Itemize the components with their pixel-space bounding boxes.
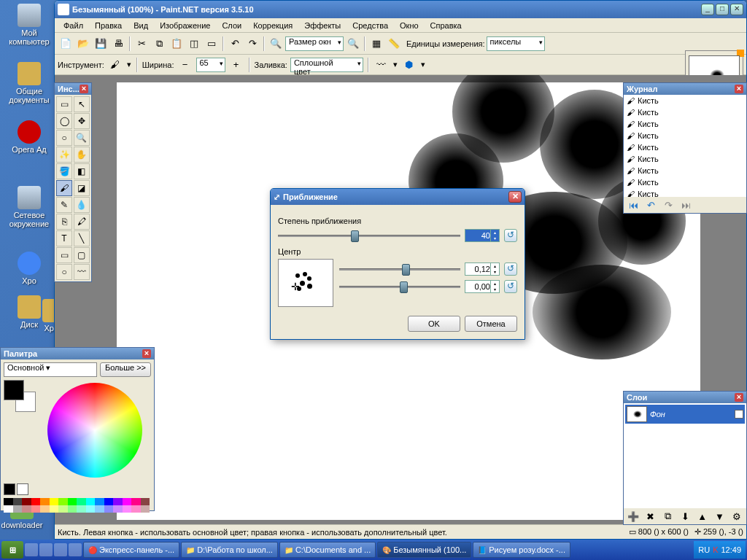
zoom-slider[interactable] bbox=[278, 228, 460, 243]
history-list[interactable]: 🖌 Кисть 🖌 Кисть 🖌 Кисть 🖌 Кисть 🖌 Кисть … bbox=[624, 95, 746, 197]
colors-close-icon[interactable]: × bbox=[142, 349, 151, 358]
menu-adjust[interactable]: Коррекция bbox=[247, 20, 298, 31]
menu-tools[interactable]: Средства bbox=[347, 20, 394, 31]
width-value[interactable]: 65 bbox=[196, 58, 225, 72]
tool-text[interactable]: T bbox=[56, 230, 72, 246]
save-button[interactable]: 💾 bbox=[93, 36, 109, 52]
grid-button[interactable]: ▦ bbox=[368, 36, 384, 52]
copy-button[interactable]: ⧉ bbox=[151, 36, 167, 52]
center-x-reset-button[interactable]: ↺ bbox=[504, 262, 517, 276]
zoom-value-input[interactable]: 40 bbox=[465, 229, 500, 242]
center-y-slider[interactable] bbox=[339, 279, 460, 294]
history-forward-icon[interactable]: ⏭ bbox=[678, 197, 694, 213]
tools-close-icon[interactable]: × bbox=[80, 85, 88, 93]
color-more-button[interactable]: Больше >> bbox=[100, 362, 151, 377]
titlebar[interactable]: Безымянный (100%) - Paint.NET версия 3.5… bbox=[55, 1, 746, 18]
ok-button[interactable]: OK bbox=[408, 316, 460, 332]
layers-list[interactable]: Фон ✓ bbox=[624, 403, 746, 508]
tool-pan[interactable]: ✋ bbox=[74, 147, 90, 163]
tool-rect-select[interactable]: ▭ bbox=[56, 96, 72, 112]
zoom-in-button[interactable]: 🔍 bbox=[345, 36, 361, 52]
minimize-button[interactable]: _ bbox=[701, 4, 714, 15]
tool-move-sel[interactable]: ✥ bbox=[74, 113, 90, 129]
center-y-input[interactable]: 0,00 bbox=[465, 280, 500, 293]
layers-close-icon[interactable]: × bbox=[735, 393, 743, 402]
desktop-icon-chrome[interactable]: Хро bbox=[7, 252, 51, 285]
tool-round-rect[interactable]: ▢ bbox=[74, 247, 90, 263]
instrument-icon[interactable]: 🖌 bbox=[107, 57, 123, 73]
menu-window[interactable]: Окно bbox=[394, 20, 425, 31]
undo-button[interactable]: ↶ bbox=[227, 36, 243, 52]
taskbar-item[interactable]: 📁 D:\Работа по школ... bbox=[181, 542, 278, 558]
desktop-icon-opera[interactable]: Opera Ад bbox=[7, 120, 51, 154]
desktop-icon-docs[interactable]: Общие документы bbox=[7, 62, 51, 104]
cut-button[interactable]: ✂ bbox=[133, 36, 150, 52]
history-item[interactable]: 🖌 Кисть bbox=[624, 165, 746, 176]
new-button[interactable]: 📄 bbox=[58, 36, 74, 52]
history-undo-icon[interactable]: ↶ bbox=[643, 197, 659, 213]
start-button[interactable]: ⊞ bbox=[1, 541, 23, 559]
tool-freeform[interactable]: 〰 bbox=[74, 264, 90, 280]
tool-bucket[interactable]: 🪣 bbox=[56, 163, 72, 179]
history-close-icon[interactable]: × bbox=[735, 85, 743, 93]
color-wheel[interactable] bbox=[47, 383, 142, 478]
history-item[interactable]: 🖌 Кисть bbox=[624, 118, 746, 130]
tool-move[interactable]: ↖ bbox=[74, 96, 90, 112]
zoom-out-button[interactable]: 🔍 bbox=[268, 36, 284, 52]
fill-select[interactable]: Сплошной цвет bbox=[290, 58, 363, 72]
palette-white[interactable] bbox=[17, 483, 28, 495]
quicklaunch-icon[interactable] bbox=[54, 543, 67, 556]
menu-layers[interactable]: Слои bbox=[216, 20, 247, 31]
crop-button[interactable]: ◫ bbox=[186, 36, 202, 52]
color-swatches[interactable] bbox=[4, 380, 36, 412]
history-item[interactable]: 🖌 Кисть bbox=[624, 106, 746, 118]
desktop-icon-computer[interactable]: Мой компьютер bbox=[7, 4, 51, 46]
zoom-reset-button[interactable]: ↺ bbox=[504, 229, 517, 242]
tool-picker[interactable]: 💧 bbox=[74, 197, 90, 213]
open-button[interactable]: 📂 bbox=[75, 36, 91, 52]
history-item[interactable]: 🖌 Кисть bbox=[624, 153, 746, 165]
tool-ellipse-sel[interactable]: ○ bbox=[56, 130, 72, 146]
taskbar-item[interactable]: 🔴 Экспресс-панель -... bbox=[83, 542, 179, 558]
center-x-input[interactable]: 0,12 bbox=[465, 262, 500, 276]
quicklaunch-icon[interactable] bbox=[39, 543, 53, 556]
tool-gradient[interactable]: ◧ bbox=[74, 163, 90, 179]
print-button[interactable]: 🖶 bbox=[110, 36, 126, 52]
layer-up-icon[interactable]: ▲ bbox=[694, 508, 711, 524]
palette-strip[interactable] bbox=[4, 498, 150, 513]
tool-zoom[interactable]: 🔍 bbox=[74, 130, 90, 146]
redo-button[interactable]: ↷ bbox=[244, 36, 260, 52]
dialog-preview[interactable]: ✛ bbox=[278, 259, 333, 307]
history-redo-icon[interactable]: ↷ bbox=[660, 197, 676, 213]
antialias-button[interactable]: 〰 bbox=[374, 57, 390, 73]
tray-antivirus-icon[interactable]: K bbox=[713, 545, 718, 554]
tool-wand[interactable]: ✨ bbox=[56, 147, 72, 163]
desktop-icon-network[interactable]: Сетевое окружение bbox=[7, 186, 51, 228]
center-x-slider[interactable] bbox=[339, 262, 460, 276]
menu-view[interactable]: Вид bbox=[128, 20, 154, 31]
dialog-close-button[interactable]: ✕ bbox=[508, 191, 522, 203]
maximize-button[interactable]: □ bbox=[716, 4, 729, 15]
tool-line[interactable]: ╲ bbox=[74, 230, 90, 246]
history-item[interactable]: 🖌 Кисть bbox=[624, 130, 746, 141]
color-mode-select[interactable]: Основной ▾ bbox=[4, 362, 97, 377]
quicklaunch-icon[interactable] bbox=[69, 543, 82, 556]
deselect-button[interactable]: ▭ bbox=[204, 36, 220, 52]
blend-button[interactable]: ⬢ bbox=[401, 57, 417, 73]
tool-brush[interactable]: 🖌 bbox=[56, 180, 72, 196]
ruler-button[interactable]: 📏 bbox=[386, 36, 402, 52]
menu-effects[interactable]: Эффекты bbox=[298, 20, 347, 31]
center-y-reset-button[interactable]: ↺ bbox=[504, 280, 517, 293]
layer-visible-checkbox[interactable]: ✓ bbox=[735, 410, 743, 419]
tool-ellipse[interactable]: ○ bbox=[56, 264, 72, 280]
tool-rect[interactable]: ▭ bbox=[56, 247, 72, 263]
taskbar-item[interactable]: 📘 Рисуем розу.docx -... bbox=[473, 542, 570, 558]
zoom-select[interactable]: Размер окн bbox=[285, 36, 344, 51]
layer-down-icon[interactable]: ▼ bbox=[712, 508, 728, 524]
tray-lang[interactable]: RU bbox=[698, 545, 710, 554]
layer-add-icon[interactable]: ➕ bbox=[625, 508, 641, 524]
history-item[interactable]: 🖌 Кисть bbox=[624, 141, 746, 153]
quicklaunch-icon[interactable] bbox=[25, 543, 38, 556]
width-plus[interactable]: + bbox=[228, 57, 244, 73]
tool-eraser[interactable]: ◪ bbox=[74, 180, 90, 196]
